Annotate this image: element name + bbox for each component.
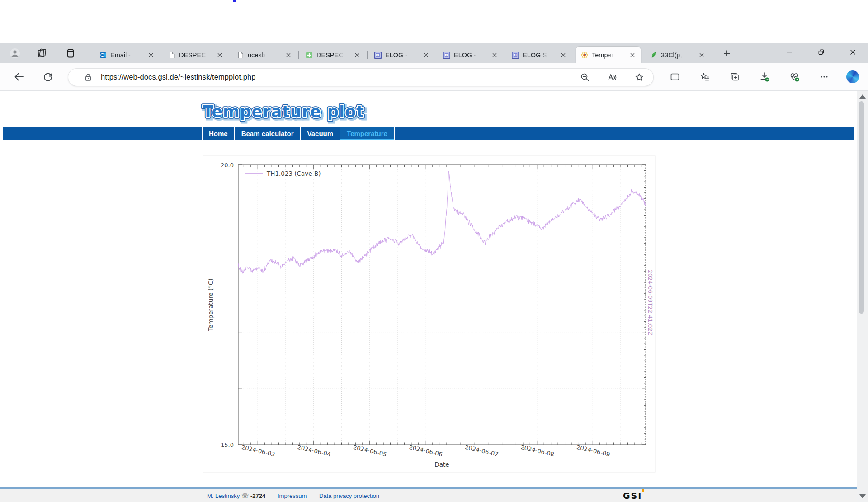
nav-item-temperature[interactable]: Temperature bbox=[340, 127, 395, 140]
tab-close-button[interactable] bbox=[216, 51, 224, 59]
tab-divider bbox=[161, 51, 161, 59]
footer-link-impressum[interactable]: Impressum bbox=[278, 493, 307, 499]
tab-close-button[interactable] bbox=[491, 51, 499, 59]
tab-divider bbox=[712, 51, 712, 59]
collections-icon[interactable] bbox=[728, 70, 741, 84]
read-aloud-icon[interactable] bbox=[606, 71, 618, 84]
tab-divider bbox=[298, 51, 299, 59]
tab-divider bbox=[367, 51, 368, 59]
footer: M. Lestinsky ☏ -2724 Impressum Data priv… bbox=[0, 489, 868, 502]
page-scrollbar[interactable] bbox=[857, 91, 868, 502]
nav-item-beam-calculator[interactable]: Beam calculator bbox=[235, 127, 301, 140]
footer-author-link[interactable]: M. Lestinsky bbox=[207, 493, 240, 499]
gridgreen-favicon-icon bbox=[306, 52, 313, 59]
phone-icon: ☏ bbox=[241, 493, 249, 499]
restore-button[interactable] bbox=[811, 43, 831, 61]
nav-item-home[interactable]: Home bbox=[203, 127, 235, 140]
new-tab-button[interactable] bbox=[721, 47, 733, 60]
page-artifact-dot bbox=[233, 0, 236, 2]
tab-title: DESPEC bbox=[179, 52, 206, 59]
workspaces-icon[interactable] bbox=[34, 46, 49, 61]
nav-bar: HomeBeam calculatorVacuumTemperature bbox=[3, 127, 854, 140]
tab-strip: Email -DESPECucesbDESPECELELOG -ELELOG -… bbox=[94, 45, 713, 63]
svg-text:EL: EL bbox=[444, 54, 449, 57]
tab-close-button[interactable] bbox=[628, 51, 637, 59]
tab-close-button[interactable] bbox=[422, 51, 430, 59]
browser-tab-bar: Email -DESPECucesbDESPECELELOG -ELELOG -… bbox=[0, 43, 868, 63]
page-favicon-icon bbox=[237, 52, 244, 59]
gsi-logo-dot bbox=[642, 489, 644, 492]
tab-close-button[interactable] bbox=[147, 51, 155, 59]
svg-text:EL: EL bbox=[376, 54, 380, 57]
scrollbar-thumb[interactable] bbox=[859, 101, 864, 314]
browser-tab-8-temper[interactable]: Temper bbox=[576, 47, 641, 63]
browser-tab-1-email[interactable]: Email - bbox=[94, 47, 160, 63]
tab-divider bbox=[436, 51, 436, 59]
leaf-favicon-icon bbox=[650, 52, 657, 59]
tab-actions-icon[interactable] bbox=[63, 46, 78, 61]
tab-divider bbox=[505, 51, 505, 59]
tab-title: DESPEC bbox=[316, 52, 344, 59]
split-screen-icon[interactable] bbox=[668, 70, 682, 84]
browser-tab-5-elog[interactable]: ELELOG - bbox=[369, 47, 434, 63]
tabbar-divider bbox=[89, 49, 89, 58]
svg-text:Date: Date bbox=[434, 461, 449, 468]
svg-text:TH1.023 (Cave B): TH1.023 (Cave B) bbox=[266, 170, 321, 177]
browser-tab-9-33clp[interactable]: 33Cl(p, bbox=[645, 47, 710, 63]
browser-tab-2-despec[interactable]: DESPEC bbox=[163, 47, 228, 63]
favorites-bar-icon[interactable] bbox=[698, 70, 712, 84]
minimize-button[interactable] bbox=[779, 43, 800, 61]
refresh-button[interactable] bbox=[41, 70, 55, 84]
footer-phone-number: -2724 bbox=[250, 493, 265, 499]
chart-canvas: 20.015.02024-06-032024-06-042024-06-0520… bbox=[199, 154, 667, 477]
tab-close-button[interactable] bbox=[284, 51, 292, 59]
svg-text:Temperature plot: Temperature plot bbox=[203, 103, 364, 121]
svg-text:15.0: 15.0 bbox=[221, 441, 234, 448]
favorite-star-icon[interactable] bbox=[633, 71, 646, 84]
downloads-icon[interactable] bbox=[758, 70, 771, 84]
atom-favicon-icon bbox=[581, 52, 588, 59]
tab-title: ELOG S bbox=[523, 52, 547, 59]
scroll-up-arrow[interactable] bbox=[859, 94, 866, 99]
page-title: Temperature plot Temperature plot Temper… bbox=[198, 97, 487, 125]
tab-title: ucesb bbox=[248, 52, 265, 59]
browser-tab-6-elog[interactable]: ELELOG - bbox=[438, 47, 503, 63]
svg-text:2024-06-09T22:41:02Z: 2024-06-09T22:41:02Z bbox=[647, 270, 654, 335]
tab-close-button[interactable] bbox=[698, 51, 706, 59]
tab-title: 33Cl(p, bbox=[661, 52, 682, 59]
svg-text:Temperature (°C): Temperature (°C) bbox=[207, 278, 214, 332]
gsi-logo[interactable]: GSI bbox=[623, 491, 642, 501]
zoom-out-icon[interactable] bbox=[579, 71, 591, 84]
url-text[interactable]: https://web-docs.gsi.de/~lestinsk/temppl… bbox=[101, 73, 256, 81]
tab-title: ELOG - bbox=[385, 52, 407, 59]
browser-toolbar: https://web-docs.gsi.de/~lestinsk/temppl… bbox=[0, 63, 868, 91]
window-close-button[interactable] bbox=[842, 43, 863, 61]
temperature-chart: 20.015.02024-06-032024-06-042024-06-0520… bbox=[199, 154, 667, 477]
outlook-favicon-icon bbox=[99, 52, 107, 59]
tab-close-button[interactable] bbox=[353, 51, 361, 59]
elog-favicon-icon: EL bbox=[443, 52, 450, 59]
site-lock-icon[interactable] bbox=[82, 71, 94, 84]
tab-title: Email - bbox=[110, 52, 131, 59]
scroll-down-arrow[interactable] bbox=[859, 494, 866, 498]
footer-link-privacy[interactable]: Data privacy protection bbox=[319, 493, 379, 499]
tab-close-button[interactable] bbox=[559, 51, 567, 59]
browser-essentials-icon[interactable] bbox=[788, 70, 801, 84]
footer-phone: ☏ -2724 bbox=[241, 493, 265, 499]
page-content: Temperature plot Temperature plot Temper… bbox=[0, 91, 868, 502]
address-bar[interactable]: https://web-docs.gsi.de/~lestinsk/temppl… bbox=[68, 68, 654, 86]
copilot-icon[interactable] bbox=[846, 70, 859, 83]
profile-avatar-icon[interactable] bbox=[8, 46, 22, 61]
browser-tab-7-elogs[interactable]: ELELOG S bbox=[506, 47, 572, 63]
browser-tab-3-ucesb[interactable]: ucesb bbox=[231, 47, 297, 63]
browser-tab-4-despec[interactable]: DESPEC bbox=[300, 47, 366, 63]
page-favicon-icon bbox=[168, 52, 175, 59]
tab-title: Temper bbox=[592, 52, 613, 59]
back-button[interactable] bbox=[12, 70, 26, 84]
elog-favicon-icon: EL bbox=[374, 52, 382, 59]
more-menu-icon[interactable] bbox=[817, 70, 831, 84]
nav-item-vacuum[interactable]: Vacuum bbox=[301, 127, 341, 140]
svg-text:20.0: 20.0 bbox=[221, 162, 234, 169]
gsi-logo-text: GSI bbox=[623, 491, 642, 501]
elog-favicon-icon: EL bbox=[512, 52, 519, 59]
